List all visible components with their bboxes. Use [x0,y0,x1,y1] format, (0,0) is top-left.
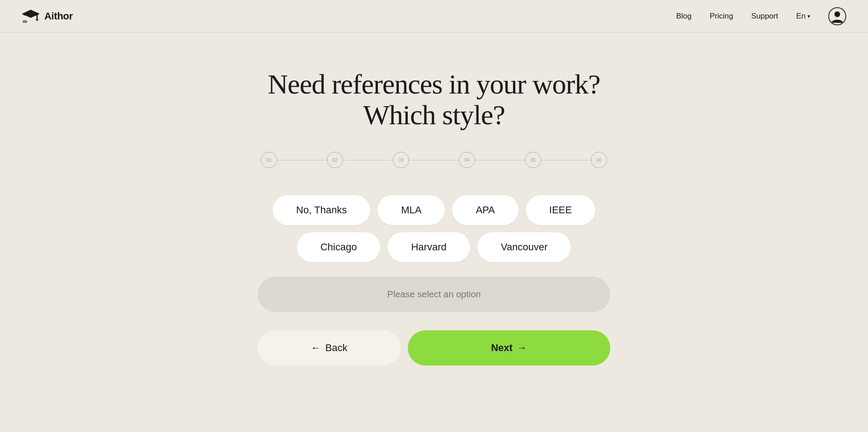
option-vancouver[interactable]: Vancouver [477,232,571,262]
svg-point-5 [835,11,840,17]
nav-support[interactable]: Support [751,12,778,21]
back-arrow-icon: ← [311,342,321,354]
step-3: 03 [393,152,409,168]
option-ieee[interactable]: IEEE [526,195,595,225]
options-row-1: No, Thanks MLA APA IEEE [273,195,595,225]
main-nav: Blog Pricing Support En ▾ [676,7,846,25]
lang-label: En [796,12,806,21]
site-header: ∞ Aithor Blog Pricing Support En ▾ [0,0,868,33]
option-mla[interactable]: MLA [377,195,445,225]
svg-rect-2 [37,14,38,19]
back-label: Back [326,342,348,354]
nav-pricing[interactable]: Pricing [710,12,733,21]
placeholder-text: Please select an option [387,289,481,299]
chevron-down-icon: ▾ [807,13,810,19]
step-2: 02 [327,152,343,168]
main-content: Need references in your work? Which styl… [0,33,868,384]
user-avatar[interactable] [828,7,846,25]
option-apa[interactable]: APA [452,195,518,225]
placeholder-box: Please select an option [258,277,610,312]
step-line-2 [343,160,393,161]
options-row-2: Chicago Harvard Vancouver [297,232,571,262]
page-title: Need references in your work? Which styl… [231,69,637,130]
option-no-thanks[interactable]: No, Thanks [273,195,370,225]
option-chicago[interactable]: Chicago [297,232,381,262]
options-container: No, Thanks MLA APA IEEE Chicago Harvard … [237,195,631,262]
language-selector[interactable]: En ▾ [796,12,810,21]
logo-text: Aithor [44,10,73,22]
step-4: 04 [459,152,475,168]
step-line-3 [409,160,459,161]
back-button[interactable]: ← Back [258,330,401,366]
svg-text:∞: ∞ [23,18,27,24]
logo[interactable]: ∞ Aithor [22,8,73,24]
step-1: 01 [261,152,277,168]
step-6: 06 [591,152,607,168]
step-line-1 [277,160,327,161]
logo-icon: ∞ [22,8,40,24]
avatar-svg [829,8,845,24]
step-5: 05 [525,152,541,168]
step-line-5 [541,160,591,161]
next-button[interactable]: Next → [408,330,610,366]
nav-blog[interactable]: Blog [676,12,692,21]
step-line-4 [475,160,525,161]
step-indicator: 01 02 03 04 05 06 [261,152,607,168]
next-label: Next [491,342,513,354]
option-harvard[interactable]: Harvard [387,232,470,262]
bottom-buttons: ← Back Next → [258,330,610,366]
next-arrow-icon: → [517,342,527,354]
svg-point-3 [36,19,38,21]
